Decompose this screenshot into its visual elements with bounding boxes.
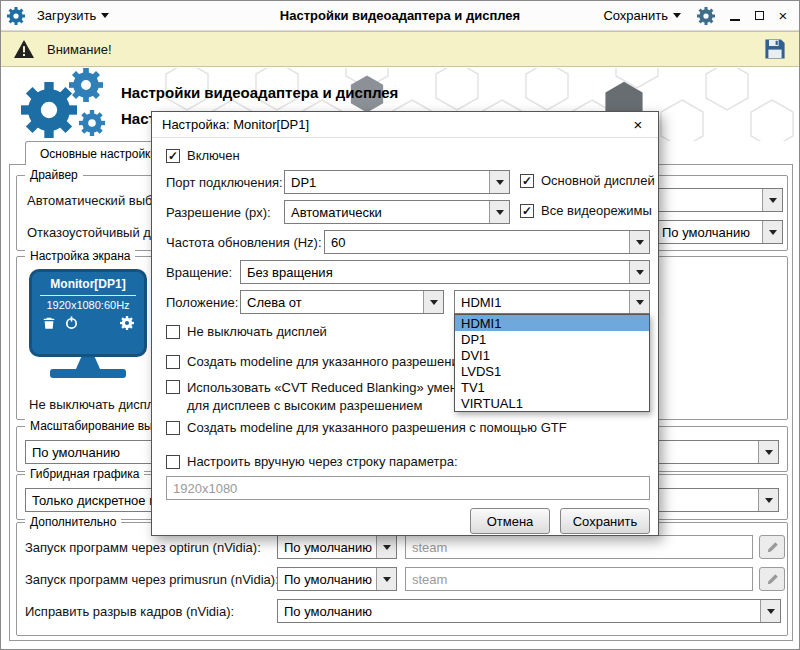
dialog-title-bar: Настройка: Monitor[DP1] × <box>152 112 658 138</box>
primusrun-edit-button[interactable] <box>759 567 785 591</box>
group-extra: Дополнительно Запуск программ через opti… <box>16 522 788 636</box>
dropdown-arrow-icon <box>629 231 649 253</box>
rotation-label: Вращение: <box>166 265 232 280</box>
modeline-checkbox[interactable] <box>166 355 180 369</box>
maximize-icon <box>755 11 764 20</box>
close-icon: × <box>779 7 788 24</box>
trash-icon[interactable] <box>42 316 56 330</box>
gtf-checkbox[interactable] <box>166 421 180 435</box>
logo-gear-small-icon <box>69 68 103 102</box>
primary-checkbox[interactable]: ✓ <box>520 174 534 188</box>
manual-mode-input[interactable] <box>166 476 650 500</box>
manual-checkbox-label: Настроить вручную через строку параметра… <box>187 454 458 469</box>
auto-driver-value <box>656 189 762 211</box>
cvt-checkbox[interactable] <box>166 380 180 394</box>
relative-output-droplist: HDMI1 DP1 DVI1 LVDS1 TV1 VIRTUAL1 <box>454 314 650 412</box>
load-menu-button[interactable]: Загрузить <box>31 5 115 26</box>
save-to-file-button[interactable] <box>763 37 787 61</box>
check-icon: ✓ <box>168 150 178 162</box>
rate-value: 60 <box>325 231 629 253</box>
allmodes-row: ✓ Все видеорежимы <box>520 203 652 218</box>
optirun-command-input[interactable] <box>405 535 753 559</box>
monitor-stand-base <box>50 369 126 378</box>
monitor-stand-neck <box>76 357 100 369</box>
relative-output-value: HDMI1 <box>455 291 629 313</box>
dpms-label: Не выключать дисплей <box>29 397 169 412</box>
primusrun-label: Запуск программ через primusrun (nVidia)… <box>25 572 279 587</box>
close-icon: × <box>634 116 643 133</box>
monitor-name: Monitor[DP1] <box>32 277 144 291</box>
tab-label: Основные настройки <box>40 147 157 161</box>
allmodes-checkbox[interactable]: ✓ <box>520 204 534 218</box>
dropdown-arrow-icon <box>760 600 780 622</box>
dropdown-arrow-icon <box>762 221 782 243</box>
gtf-row: Создать modeline для указанного разрешен… <box>166 420 567 435</box>
enabled-checkbox[interactable]: ✓ <box>166 149 180 163</box>
group-driver-legend: Драйвер <box>25 168 83 182</box>
close-button[interactable]: × <box>773 6 793 26</box>
primusrun-select[interactable]: По умолчанию <box>277 567 397 591</box>
monitor-widget[interactable]: Monitor[DP1] 1920x1080:60Hz <box>29 269 147 378</box>
enabled-row: ✓ Включен <box>166 148 240 163</box>
rotation-select[interactable]: Без вращения <box>240 260 650 284</box>
optirun-select[interactable]: По умолчанию <box>277 535 397 559</box>
manual-checkbox[interactable] <box>166 455 180 469</box>
port-select[interactable]: DP1 <box>284 170 510 194</box>
settings-gear-icon[interactable] <box>697 7 715 25</box>
primusrun-value: По умолчанию <box>278 568 376 590</box>
droplist-item[interactable]: DP1 <box>455 331 649 347</box>
position-select[interactable]: Слева от <box>240 290 444 314</box>
monitor-mode: 1920x1080:60Hz <box>32 299 144 311</box>
dialog-close-button[interactable]: × <box>628 115 648 135</box>
chevron-down-icon <box>101 13 109 18</box>
dropdown-arrow-icon <box>376 536 396 558</box>
warning-text: Внимание! <box>47 42 112 57</box>
rate-label: Частота обновления (Hz): <box>166 235 322 250</box>
power-icon[interactable] <box>64 315 79 330</box>
resolution-label: Разрешение (px): <box>166 205 271 220</box>
dropdown-arrow-icon <box>758 489 778 511</box>
dpms-checkbox[interactable] <box>166 325 180 339</box>
position-label: Положение: <box>166 295 238 310</box>
monitor-settings-dialog: Настройка: Monitor[DP1] × ✓ Включен Порт… <box>151 111 659 536</box>
allmodes-label: Все видеорежимы <box>541 203 652 218</box>
auto-driver-select[interactable] <box>655 188 783 212</box>
primusrun-command-input[interactable] <box>405 567 753 591</box>
cancel-button[interactable]: Отмена <box>470 508 550 534</box>
minimize-icon <box>730 19 740 21</box>
group-screen-legend: Настройка экрана <box>25 249 135 263</box>
droplist-item[interactable]: TV1 <box>455 379 649 395</box>
resolution-select[interactable]: Автоматически <box>284 200 510 224</box>
relative-output-select[interactable]: HDMI1 <box>454 290 650 314</box>
save-button[interactable]: Сохранить <box>560 508 650 534</box>
droplist-item[interactable]: VIRTUAL1 <box>455 395 649 411</box>
failsafe-driver-select[interactable]: По умолчанию <box>655 220 783 244</box>
app-logo <box>21 68 125 141</box>
dpms-checkbox-label: Не выключать дисплей <box>187 324 327 339</box>
dpms-row: Не выключать дисплей <box>166 324 327 339</box>
droplist-item[interactable]: DVI1 <box>455 347 649 363</box>
title-bar: Загрузить Настройки видеоадаптера и дисп… <box>1 1 799 31</box>
app-gear-icon <box>7 7 25 25</box>
window-title: Настройки видеоадаптера и дисплея <box>280 8 520 23</box>
maximize-button[interactable] <box>749 6 769 26</box>
droplist-item[interactable]: LVDS1 <box>455 363 649 379</box>
optirun-edit-button[interactable] <box>759 535 785 559</box>
save-menu-label: Сохранить <box>603 8 668 23</box>
droplist-item[interactable]: HDMI1 <box>455 315 649 331</box>
manual-row: Настроить вручную через строку параметра… <box>166 454 458 469</box>
pencil-icon <box>766 573 779 586</box>
monitor-screen[interactable]: Monitor[DP1] 1920x1080:60Hz <box>29 269 147 357</box>
logo-gear-tiny-icon <box>79 110 105 136</box>
monitor-separator <box>40 295 136 296</box>
pencil-icon <box>766 541 779 554</box>
rate-select[interactable]: 60 <box>324 230 650 254</box>
monitor-gear-icon[interactable] <box>120 316 134 330</box>
dropdown-arrow-icon <box>489 171 509 193</box>
tearing-select[interactable]: По умолчанию <box>277 599 781 623</box>
dropdown-arrow-icon <box>629 261 649 283</box>
save-menu-button[interactable]: Сохранить <box>597 5 687 26</box>
cvt-row: Использовать «CVT Reduced Blanking» умен… <box>166 380 503 413</box>
minimize-button[interactable] <box>725 6 745 26</box>
group-extra-legend: Дополнительно <box>25 515 121 529</box>
